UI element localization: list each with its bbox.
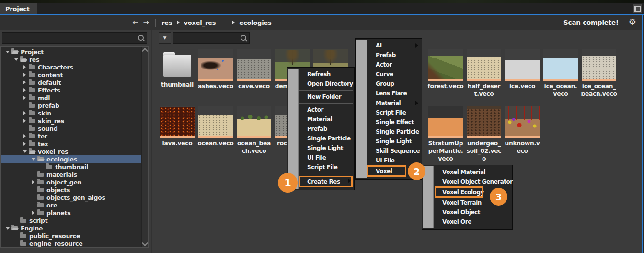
tree-item-ecologies[interactable]: ecologies xyxy=(1,155,141,163)
menu-item-voxel-material[interactable]: Voxel Material xyxy=(422,167,512,177)
menu-item-voxel-object[interactable]: Voxel Object xyxy=(422,207,512,217)
expand-arrow-icon[interactable] xyxy=(23,65,26,69)
tree-item-engine-resource[interactable]: engine_resource xyxy=(1,240,141,247)
menu-item-open-directory[interactable]: Open Directory xyxy=(287,79,354,89)
expand-arrow-icon[interactable] xyxy=(23,134,26,138)
asset-tile-forest-veco[interactable]: forest.veco xyxy=(426,49,465,90)
gear-icon[interactable]: ⚙ xyxy=(629,17,636,27)
expand-arrow-icon[interactable] xyxy=(6,227,10,230)
expand-arrow-icon[interactable] xyxy=(23,96,26,100)
asset-tile-undergeo-soil-02-veco[interactable]: undergeo_soil_02.veco xyxy=(465,106,503,162)
expand-arrow-icon[interactable] xyxy=(32,180,34,184)
menu-item-actor[interactable]: Actor xyxy=(287,105,354,115)
tree-item-thumbnail[interactable]: thumbnail xyxy=(1,163,141,171)
tree-item-object-gen[interactable]: object_gen xyxy=(1,178,141,186)
asset-tile-half-desert-veco[interactable]: half_desert.veco xyxy=(465,49,503,98)
tree-item-effects[interactable]: Effects xyxy=(1,86,141,94)
tree-item-public-resource[interactable]: public_resource xyxy=(1,232,141,240)
expand-arrow-icon[interactable] xyxy=(23,150,27,153)
asset-tile-lava-veco[interactable]: lava.veco xyxy=(158,106,196,147)
menu-item-lens-flare[interactable]: Lens Flare xyxy=(356,89,422,98)
menu-item-curve[interactable]: Curve xyxy=(356,69,422,79)
menu-item-single-particle[interactable]: Single Particle xyxy=(356,127,422,137)
menu-item-actor[interactable]: Actor xyxy=(356,60,422,69)
tree-scrollbar[interactable] xyxy=(141,47,148,247)
asset-tile-cave-veco[interactable]: cave.veco xyxy=(235,49,273,90)
tree-item-skin[interactable]: skin xyxy=(1,109,141,117)
breadcrumb-segment-voxel-res[interactable]: voxel_res xyxy=(184,19,216,26)
menu-item-skill-sequence[interactable]: Skill Sequence xyxy=(356,146,422,156)
tree-item-prefab[interactable]: prefab xyxy=(1,102,141,109)
expand-arrow-icon[interactable] xyxy=(14,58,18,61)
float-panel-button[interactable] xyxy=(633,4,642,13)
expand-arrow-icon[interactable] xyxy=(6,51,10,53)
menu-item-prefab[interactable]: Prefab xyxy=(356,50,422,60)
tree-item-project[interactable]: Project xyxy=(1,48,141,56)
panel-splitter[interactable] xyxy=(151,30,152,253)
menu-item-script-file[interactable]: Script File xyxy=(356,108,422,117)
asset-tile-ice-ocean-beach-veco[interactable]: ice_ocean_beach.veco xyxy=(580,49,618,98)
forward-icon[interactable]: → xyxy=(143,18,150,27)
tree-search-input[interactable] xyxy=(4,34,136,43)
tree-item-ore[interactable]: ore xyxy=(1,201,141,209)
menu-item-ui-file[interactable]: UI File xyxy=(287,153,354,162)
tree-item-default[interactable]: default xyxy=(1,79,141,86)
tree-item-script[interactable]: script xyxy=(1,217,141,224)
tree-item-content[interactable]: content xyxy=(1,71,141,79)
filter-dropdown-button[interactable]: ▼ xyxy=(159,32,171,44)
expand-arrow-icon[interactable] xyxy=(32,158,35,161)
menu-item-material[interactable]: Material xyxy=(356,98,422,108)
expand-arrow-icon[interactable] xyxy=(32,211,34,215)
tree-item-engine[interactable]: Engine xyxy=(1,224,141,232)
tree-item-label: Project xyxy=(21,48,44,56)
asset-tile-ice-veco[interactable]: ice.veco xyxy=(503,49,541,90)
menu-item-group[interactable]: Group xyxy=(356,79,422,89)
expand-arrow-icon[interactable] xyxy=(23,80,26,84)
tree-item-voxel-res[interactable]: voxel_res xyxy=(1,148,141,155)
asset-tile-ice-ocean-veco[interactable]: ice_ocean.veco xyxy=(541,49,580,98)
tree-item-sound[interactable]: sound xyxy=(1,125,141,132)
tab-project[interactable]: Project xyxy=(0,3,37,14)
menu-item-prefab[interactable]: Prefab xyxy=(287,124,354,134)
menu-item-voxel-ore[interactable]: Voxel Ore xyxy=(422,217,512,227)
tree-item-mdl[interactable]: mdl xyxy=(1,94,141,102)
menu-item-material[interactable]: Material xyxy=(287,115,354,124)
asset-tile-ocean-beach-veco[interactable]: ocean_beach.veco xyxy=(235,106,273,155)
asset-tile-ashes-veco[interactable]: ashes.veco xyxy=(196,49,235,90)
tree-item-tex[interactable]: tex xyxy=(1,140,141,148)
expand-arrow-icon[interactable] xyxy=(23,119,26,123)
asset-tile-ocean-veco[interactable]: ocean.veco xyxy=(196,106,235,147)
tree-item-objects[interactable]: objects xyxy=(1,186,141,194)
tree-item-characters[interactable]: Characters xyxy=(1,63,141,71)
menu-item-single-light[interactable]: Single Light xyxy=(287,143,354,153)
tree-item-materials[interactable]: materials xyxy=(1,171,141,178)
menu-item-voxel-object-generator[interactable]: Voxel Object Generator xyxy=(422,177,512,186)
expand-arrow-icon[interactable] xyxy=(23,73,26,77)
tree-item-res[interactable]: res xyxy=(1,56,141,63)
asset-thumbnail xyxy=(467,106,501,136)
breadcrumb-segment-ecologies[interactable]: ecologies xyxy=(239,19,271,26)
asset-tile-unknown-veco[interactable]: unknown.veco xyxy=(503,106,541,155)
scroll-up-icon[interactable] xyxy=(142,48,148,54)
menu-item-ai[interactable]: AI xyxy=(356,41,422,50)
tree-item-skin-res[interactable]: skin_res xyxy=(1,117,141,125)
tree-item-planets[interactable]: planets xyxy=(1,209,141,217)
scroll-down-icon[interactable] xyxy=(142,240,148,246)
expand-arrow-icon[interactable] xyxy=(23,142,26,146)
tree-item-objects-gen-algos[interactable]: objects_gen_algos xyxy=(1,194,141,201)
menu-item-single-particle[interactable]: Single Particle xyxy=(287,134,354,143)
menu-item-refresh[interactable]: Refresh xyxy=(287,69,354,79)
menu-item-script-file[interactable]: Script File xyxy=(287,162,354,172)
asset-search-input[interactable] xyxy=(175,34,239,43)
back-icon[interactable]: ← xyxy=(132,18,138,27)
expand-arrow-icon[interactable] xyxy=(23,111,26,115)
expand-arrow-icon[interactable] xyxy=(23,88,26,92)
menu-separator xyxy=(299,90,353,91)
asset-tile-thumbnail[interactable]: thumbnail xyxy=(158,49,196,89)
menu-item-new-folder[interactable]: New Folder xyxy=(287,92,354,102)
menu-item-single-effect[interactable]: Single Effect xyxy=(356,117,422,127)
menu-item-single-light[interactable]: Single Light xyxy=(356,137,422,146)
asset-tile-stratumuppermantle-veco[interactable]: StratumUpperMantle.veco xyxy=(426,106,465,162)
breadcrumb-segment-res[interactable]: res xyxy=(161,19,172,26)
tree-item-ter[interactable]: ter xyxy=(1,132,141,140)
